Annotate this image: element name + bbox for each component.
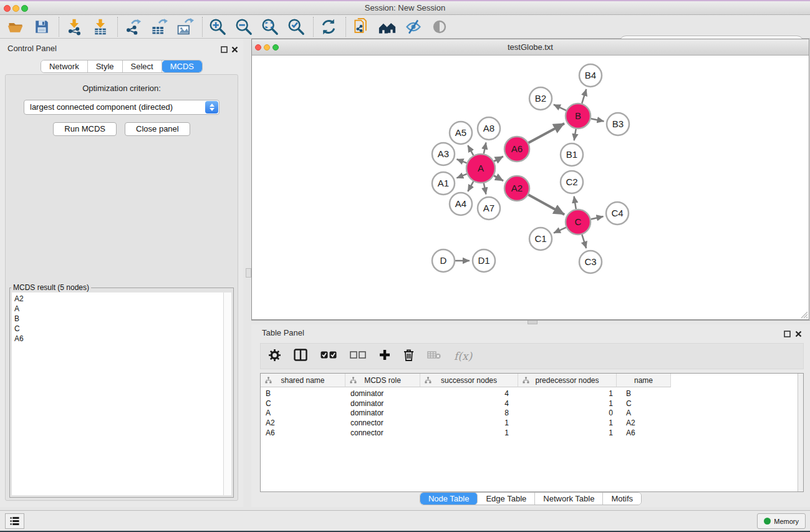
export-image-button[interactable] [176,17,195,36]
tab-mcds[interactable]: MCDS [162,60,202,72]
graph-edge-A-A4[interactable] [468,181,473,191]
graph-node-B4[interactable]: B4 [579,64,602,87]
graph-node-C3[interactable]: C3 [579,251,602,273]
graph-edge-C-C4[interactable] [591,216,603,219]
hide-selected-button[interactable] [404,17,423,36]
graph-edge-B-B1[interactable] [574,129,576,141]
graph-node-A6[interactable]: A6 [504,137,529,162]
graph-node-A2[interactable]: A2 [504,176,529,201]
minimize-window-button[interactable] [12,5,19,12]
zoom-selected-button[interactable] [287,17,306,36]
graph-node-B3[interactable]: B3 [607,113,629,135]
deselect-all-rows-button[interactable] [350,351,366,362]
zoom-out-button[interactable] [234,17,253,36]
tab-select[interactable]: Select [123,60,162,72]
tab-network-table[interactable]: Network Table [535,493,603,505]
graph-edge-A6-B[interactable] [528,123,564,143]
graph-edge-A-A8[interactable] [484,143,486,154]
graph-node-C2[interactable]: C2 [561,171,583,193]
graph-edge-B-B3[interactable] [591,118,604,121]
open-session-button[interactable] [6,17,25,36]
table-row[interactable]: Adominator80A [261,408,797,418]
vertical-splitter-handle[interactable] [246,268,251,278]
graph-node-D[interactable]: D [432,249,455,272]
graph-node-A4[interactable]: A4 [450,193,472,215]
graph-node-A5[interactable]: A5 [450,122,472,144]
tab-motifs[interactable]: Motifs [603,493,641,505]
run-mcds-button[interactable]: Run MCDS [53,122,117,136]
graph-node-D1[interactable]: D1 [473,249,495,272]
column-header-shared-name[interactable]: shared name [261,374,345,387]
graph-node-C4[interactable]: C4 [606,202,629,225]
graph-edge-A-A5[interactable] [468,145,473,155]
zoom-fit-button[interactable] [261,17,279,36]
show-all-button[interactable] [430,17,449,36]
tab-node-table[interactable]: Node Table [420,493,478,505]
tab-edge-table[interactable]: Edge Table [478,493,535,505]
graph-edge-A2-C[interactable] [528,195,564,215]
zoom-window-button[interactable] [21,5,28,12]
close-table-panel-icon[interactable] [795,329,802,336]
table-scrollbar[interactable] [798,374,803,491]
show-column-button[interactable] [294,349,307,364]
column-header-mcds-role[interactable]: MCDS role [345,374,420,387]
graph-edge-B-B4[interactable] [582,89,586,104]
graph-node-B2[interactable]: B2 [529,87,552,110]
tab-style[interactable]: Style [88,60,123,72]
table-row[interactable]: Cdominator41C [261,399,797,409]
graph-edge-A-A2[interactable] [494,176,503,181]
list-item[interactable]: A [12,304,231,314]
tab-network[interactable]: Network [41,60,88,72]
float-panel-icon[interactable] [221,44,228,51]
close-network-window-button[interactable] [255,44,261,51]
delete-column-button[interactable] [403,349,414,364]
table-row[interactable]: A2connector11A2 [261,418,797,428]
graph-edge-A-A3[interactable] [456,159,466,163]
graph-edge-A-A6[interactable] [494,157,503,162]
column-header-name[interactable]: name [617,374,671,387]
show-panels-button[interactable] [5,513,24,529]
float-table-panel-icon[interactable] [784,329,791,336]
mcds-result-list[interactable]: A2 A B C A6 [12,293,231,495]
export-network-button[interactable] [123,17,142,36]
graph-edge-C-C1[interactable] [554,228,566,233]
table-row[interactable]: Bdominator41B [261,389,797,399]
graph-edge-A-A7[interactable] [484,183,486,195]
window-resize-grip[interactable] [800,311,808,319]
graph-node-C[interactable]: C [566,210,591,235]
close-panel-button[interactable]: Close panel [125,122,190,136]
graph-node-C1[interactable]: C1 [529,228,552,250]
minimize-network-window-button[interactable] [264,44,270,51]
table-row[interactable]: A6connector11A6 [261,428,797,438]
graph-node-B1[interactable]: B1 [561,143,583,166]
graph-edge-C-C3[interactable] [582,235,586,248]
graph-node-B[interactable]: B [566,104,591,128]
graph-node-A7[interactable]: A7 [478,197,500,220]
list-item[interactable]: C [12,324,231,334]
delete-table-button[interactable] [427,351,441,362]
export-table-button[interactable] [150,17,168,36]
network-canvas[interactable]: AA2A6BCA1A3A4A5A7A8B1B2B3B4C1C2C3C4DD1 [252,56,809,319]
select-all-rows-button[interactable] [321,351,337,362]
close-panel-icon[interactable] [231,44,238,51]
graph-edge-C-C2[interactable] [574,196,576,210]
graph-node-A1[interactable]: A1 [432,172,455,195]
add-column-button[interactable] [379,349,390,363]
result-list-scrollbar[interactable] [223,293,231,495]
close-window-button[interactable] [4,5,11,12]
import-table-button[interactable] [91,17,110,36]
graph-edge-A-A1[interactable] [456,174,466,178]
function-builder-button[interactable]: f(x) [454,350,472,362]
graph-edge-B-B2[interactable] [554,105,566,110]
list-item[interactable]: A2 [12,293,231,304]
refresh-layout-button[interactable] [319,17,338,36]
list-item[interactable]: B [12,314,231,324]
graph-node-A3[interactable]: A3 [432,143,455,165]
memory-button[interactable]: Memory [757,513,806,529]
graph-node-A[interactable]: A [466,154,495,183]
save-session-button[interactable] [32,17,51,36]
table-options-gear-button[interactable] [269,349,281,364]
new-network-from-selection-button[interactable] [352,17,370,36]
import-network-button[interactable] [65,17,84,36]
zoom-network-window-button[interactable] [272,44,279,51]
